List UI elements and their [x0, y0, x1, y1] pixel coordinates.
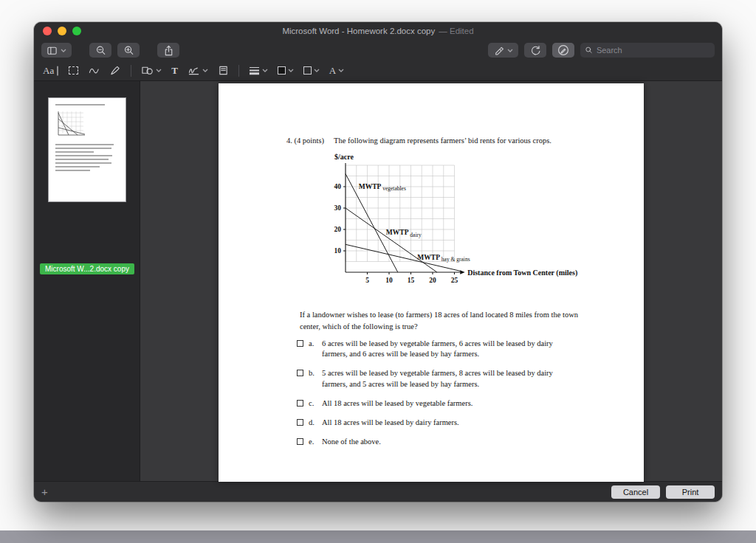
- toolbar-divider: [238, 65, 239, 77]
- thumbnail-text-line: [55, 148, 111, 149]
- text-box-icon: T: [171, 65, 178, 77]
- window-title-edited: — Edited: [439, 27, 473, 35]
- answer-options: a. 6 acres will be leased by vegetable f…: [297, 339, 578, 456]
- title-bar[interactable]: Microsoft Word - Homework 2.docx copy— E…: [34, 22, 722, 40]
- text-selection-tool[interactable]: Aa: [43, 65, 59, 77]
- fill-color-tool[interactable]: [303, 66, 320, 75]
- bid-rent-chart-wrap: 51015202510203040$/acreDistance from Tow…: [329, 153, 619, 300]
- answer-option-a: a. 6 acres will be leased by vegetable f…: [297, 339, 578, 359]
- sign-tool[interactable]: [188, 65, 208, 76]
- desktop-dock-strip: [0, 530, 756, 543]
- line-weights-icon: [249, 66, 260, 75]
- fill-color-icon: [303, 66, 312, 75]
- svg-text:10: 10: [385, 277, 393, 284]
- answer-checkbox-e[interactable]: [297, 438, 303, 445]
- thumbnail-text-line: [55, 144, 114, 145]
- thumbnail-text-line: [55, 170, 90, 171]
- question-prompt: If a landowner wishes to lease (to farme…: [300, 309, 588, 333]
- content-area: Microsoft W...2.docx copy 4. (4 points) …: [34, 81, 722, 481]
- document-page[interactable]: 4. (4 points) The following diagram repr…: [219, 83, 644, 482]
- svg-text:20: 20: [429, 277, 436, 284]
- svg-text:5: 5: [365, 277, 369, 284]
- preview-window: Microsoft Word - Homework 2.docx copy— E…: [34, 22, 722, 502]
- draw-tool[interactable]: [109, 65, 121, 76]
- toolbar-divider: [131, 65, 131, 77]
- print-button[interactable]: Print: [666, 485, 715, 499]
- note-tool[interactable]: [218, 65, 229, 76]
- answer-checkbox-c[interactable]: [297, 400, 303, 407]
- answer-option-b: b. 5 acres will be leased by vegetable f…: [297, 368, 578, 389]
- markup-toolbar: Aa T: [34, 60, 722, 81]
- cancel-button[interactable]: Cancel: [611, 485, 660, 499]
- close-window-button[interactable]: [43, 27, 52, 35]
- option-letter: e.: [309, 437, 318, 447]
- chevron-down-icon: [314, 69, 320, 72]
- share-button[interactable]: [157, 43, 179, 58]
- rectangular-selection-tool[interactable]: [69, 66, 78, 75]
- sidebar-view-button[interactable]: [41, 43, 72, 58]
- chevron-down-icon: [262, 69, 268, 72]
- zoom-out-button[interactable]: [89, 43, 111, 58]
- answer-checkbox-a[interactable]: [297, 340, 303, 347]
- rotate-icon: [530, 45, 541, 56]
- chevron-down-icon: [507, 49, 513, 52]
- svg-text:MWTP dairy: MWTP dairy: [386, 229, 422, 238]
- option-text: All 18 acres will be leased by dairy far…: [322, 418, 578, 428]
- search-field[interactable]: [580, 43, 715, 58]
- search-icon: [585, 46, 593, 55]
- highlight-pen-button[interactable]: [488, 43, 518, 58]
- shapes-tool[interactable]: [141, 65, 162, 76]
- rotate-left-button[interactable]: [524, 43, 546, 58]
- share-icon: [163, 45, 174, 56]
- svg-text:15: 15: [408, 277, 415, 284]
- page-thumbnail[interactable]: [48, 97, 126, 202]
- option-text: None of the above.: [322, 437, 578, 447]
- text-cursor-icon: [56, 66, 59, 76]
- chevron-down-icon: [338, 69, 344, 72]
- add-page-button[interactable]: +: [41, 486, 48, 497]
- question-line: 4. (4 points) The following diagram repr…: [286, 136, 551, 145]
- option-letter: d.: [309, 418, 318, 428]
- text-box-tool[interactable]: T: [171, 65, 178, 77]
- option-letter: a.: [309, 339, 318, 359]
- shape-style-tool[interactable]: [249, 66, 268, 75]
- chevron-down-icon: [202, 69, 208, 72]
- option-text: 5 acres will be leased by vegetable farm…: [322, 368, 578, 389]
- svg-text:20: 20: [334, 226, 342, 233]
- border-color-icon: [278, 66, 286, 75]
- document-canvas: 4. (4 points) The following diagram repr…: [140, 81, 722, 481]
- markup-toolbar-button[interactable]: [552, 43, 574, 58]
- thumbnail-text-line: [55, 155, 112, 156]
- chevron-down-icon: [156, 69, 162, 72]
- thumbnail-text-line: [55, 151, 94, 153]
- bid-rent-chart: 51015202510203040$/acreDistance from Tow…: [329, 153, 619, 297]
- traffic-lights: [43, 27, 81, 35]
- option-letter: b.: [309, 368, 318, 389]
- text-style-tool[interactable]: A: [329, 65, 344, 77]
- search-input[interactable]: [597, 46, 710, 55]
- zoom-in-button[interactable]: [117, 43, 140, 58]
- svg-text:25: 25: [451, 277, 458, 284]
- question-number: 4. (4 points): [286, 136, 324, 145]
- svg-text:30: 30: [334, 204, 342, 212]
- option-text: All 18 acres will be leased by vegetable…: [322, 398, 578, 409]
- text-style-icon: A: [329, 65, 336, 77]
- signature-icon: [188, 65, 200, 76]
- zoom-window-button[interactable]: [72, 27, 81, 35]
- svg-text:$/acre: $/acre: [334, 153, 354, 161]
- footer-bar: + Cancel Print: [34, 481, 722, 502]
- pencil-circle-icon: [557, 44, 569, 56]
- border-color-tool[interactable]: [278, 66, 294, 75]
- answer-checkbox-b[interactable]: [297, 370, 303, 376]
- minimize-window-button[interactable]: [58, 27, 66, 35]
- answer-checkbox-d[interactable]: [297, 419, 303, 426]
- zoom-in-icon: [123, 45, 134, 56]
- sketch-tool[interactable]: [88, 65, 100, 76]
- pen-icon: [109, 65, 121, 76]
- thumbnail-chart: [55, 110, 86, 138]
- thumbnail-filename-badge: Microsoft W...2.docx copy: [40, 263, 134, 274]
- shapes-icon: [141, 65, 154, 76]
- window-title-text: Microsoft Word - Homework 2.docx copy: [282, 27, 435, 35]
- sketch-icon: [88, 65, 100, 76]
- answer-option-e: e. None of the above.: [297, 437, 578, 447]
